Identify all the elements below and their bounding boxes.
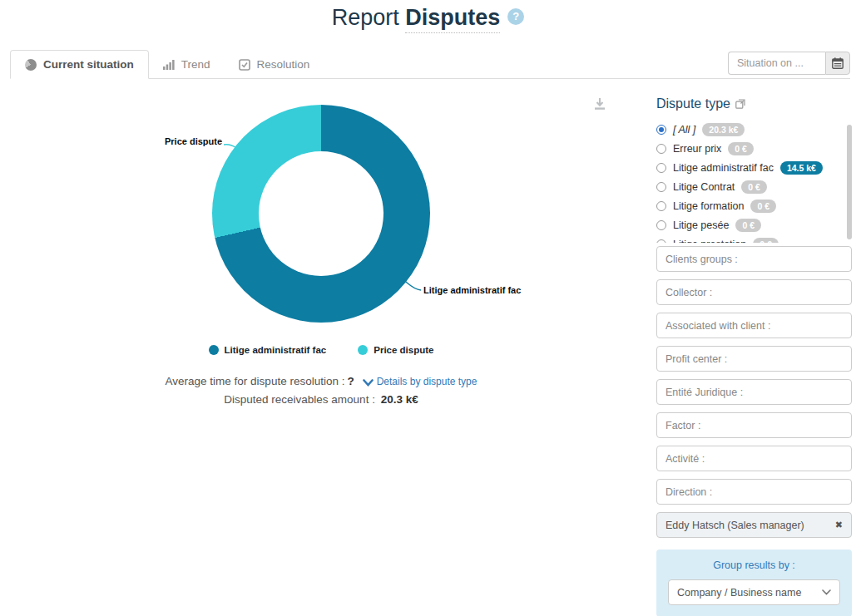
dispute-option-badge: 20.3 k€ — [702, 123, 745, 136]
dispute-option-erreur-prix[interactable]: Erreur prix 0 € — [656, 139, 852, 158]
tab-resolution[interactable]: Resolution — [225, 51, 324, 78]
tab-label: Resolution — [257, 58, 310, 71]
pie-chart-icon — [25, 59, 37, 71]
dispute-option-badge: 0 € — [735, 219, 761, 232]
bar-chart-icon — [163, 59, 175, 70]
group-results-panel: Group results by : Company / Business na… — [656, 549, 852, 616]
radio-icon[interactable] — [656, 201, 666, 211]
radio-icon[interactable] — [656, 182, 666, 192]
slice-label-litige-administratif: Litige administratif fac — [423, 285, 521, 295]
legend-item-litige[interactable]: Litige administratif fac — [209, 345, 327, 355]
details-by-dispute-type-link[interactable]: Details by dispute type — [377, 376, 477, 387]
select-chevron-icon — [822, 589, 831, 595]
chart-legend: Litige administratif fac Price dispute — [0, 345, 642, 355]
group-results-label: Group results by : — [668, 559, 840, 571]
list-scrollbar[interactable] — [847, 125, 852, 239]
dispute-option-label: Litige prestation — [673, 239, 746, 244]
dispute-type-list: [ All ] 20.3 k€ Erreur prix 0 € Litige a… — [656, 120, 852, 243]
help-icon[interactable]: ? — [507, 8, 524, 25]
dispute-option-litige-administratif[interactable]: Litige administratif fac 14.5 k€ — [656, 158, 852, 177]
popup-window-icon[interactable] — [735, 99, 745, 109]
tab-label: Trend — [181, 58, 210, 71]
legend-label: Litige administratif fac — [225, 345, 327, 355]
connector-litige-administratif — [401, 278, 423, 293]
disputed-amount-label: Disputed receivables amount : — [224, 393, 375, 406]
factor-input[interactable] — [656, 412, 852, 438]
download-icon[interactable] — [592, 97, 607, 114]
avg-resolution-label: Average time for dispute resolution : — [166, 375, 345, 387]
legend-label: Price dispute — [374, 345, 433, 355]
sales-manager-filter-chip[interactable]: Eddy Hatsch (Sales manager) ✖ — [656, 512, 852, 538]
associated-with-client-input[interactable] — [656, 313, 852, 338]
filter-inputs: Eddy Hatsch (Sales manager) ✖ Group resu… — [656, 246, 852, 616]
donut-chart[interactable] — [212, 105, 430, 323]
group-by-select[interactable]: Company / Business name — [668, 579, 840, 605]
calendar-icon — [832, 57, 844, 69]
dispute-option-label: Litige formation — [673, 200, 744, 212]
group-by-selected-value: Company / Business name — [677, 587, 801, 599]
dispute-option-litige-formation[interactable]: Litige formation 0 € — [656, 196, 852, 215]
collector-input[interactable] — [656, 279, 852, 305]
chevron-down-icon[interactable] — [363, 377, 374, 389]
disputed-amount-value: 20.3 k€ — [381, 393, 418, 406]
entite-juridique-input[interactable] — [656, 379, 852, 405]
clients-groups-input[interactable] — [656, 246, 852, 272]
page-title: Report Disputes? — [0, 5, 856, 31]
dispute-option-litige-pesee[interactable]: Litige pesée 0 € — [656, 215, 852, 234]
radio-icon[interactable] — [656, 163, 666, 173]
profit-center-input[interactable] — [656, 346, 852, 372]
radio-icon[interactable] — [656, 220, 666, 230]
situation-date-group — [728, 52, 850, 75]
dispute-option-litige-prestation[interactable]: Litige prestation 0 € — [656, 234, 852, 243]
dispute-option-badge: 0 € — [728, 142, 754, 155]
dispute-option-badge: 0 € — [753, 238, 779, 244]
radio-icon[interactable] — [656, 144, 666, 154]
legend-dot-price — [358, 345, 368, 355]
sales-manager-filter-label: Eddy Hatsch (Sales manager) — [666, 520, 804, 531]
slice-label-price-dispute: Price dispute — [165, 136, 221, 146]
situation-date-input[interactable] — [728, 52, 825, 75]
avg-resolution-line: Average time for dispute resolution :?De… — [0, 375, 642, 387]
disputed-amount-line: Disputed receivables amount : 20.3 k€ — [0, 393, 642, 406]
dispute-option-label: Litige Contrat — [673, 181, 735, 193]
dispute-option-litige-contrat[interactable]: Litige Contrat 0 € — [656, 177, 852, 196]
dispute-option-label: [ All ] — [673, 124, 695, 136]
radio-icon[interactable] — [656, 125, 666, 135]
remove-filter-icon[interactable]: ✖ — [835, 520, 843, 530]
tab-trend[interactable]: Trend — [149, 51, 225, 78]
dispute-option-badge: 14.5 k€ — [780, 161, 823, 175]
dispute-type-title: Dispute type — [656, 96, 745, 111]
radio-icon[interactable] — [656, 239, 666, 244]
legend-item-price[interactable]: Price dispute — [358, 345, 433, 355]
tab-current-situation[interactable]: Current situation — [10, 50, 149, 79]
avg-resolution-value: ? — [347, 375, 354, 387]
dispute-option-all[interactable]: [ All ] 20.3 k€ — [656, 120, 852, 139]
activite-input[interactable] — [656, 446, 852, 471]
dispute-option-label: Litige administratif fac — [673, 162, 774, 174]
connector-price-dispute — [222, 141, 247, 160]
report-disputes-page: Report Disputes? Current situation Trend… — [0, 0, 856, 616]
tab-label: Current situation — [43, 58, 134, 71]
direction-input[interactable] — [656, 479, 852, 505]
dispute-option-label: Erreur prix — [673, 143, 721, 155]
dispute-option-label: Litige pesée — [673, 219, 729, 231]
calendar-button[interactable] — [825, 52, 850, 75]
legend-dot-litige — [209, 345, 219, 355]
page-title-regular: Report — [332, 5, 399, 30]
dispute-option-badge: 0 € — [750, 200, 776, 213]
dispute-type-title-text: Dispute type — [656, 96, 730, 111]
dispute-option-badge: 0 € — [741, 180, 767, 194]
checkbox-icon — [239, 59, 250, 71]
page-title-bold: Disputes — [405, 5, 500, 33]
tab-bar: Current situation Trend Resolution — [10, 50, 850, 79]
